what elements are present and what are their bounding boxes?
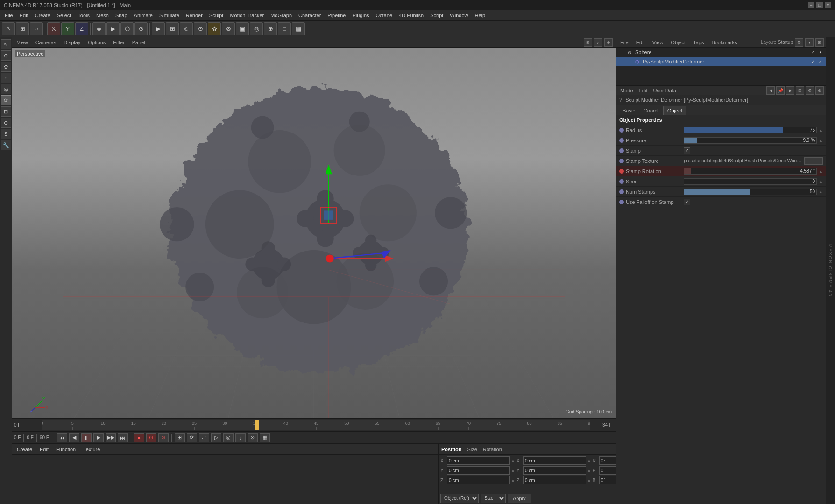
menu-item-select[interactable]: Select: [54, 12, 74, 19]
viewport-icon-3[interactable]: ⊕: [604, 38, 613, 47]
motion-blur-button[interactable]: ◎: [223, 433, 234, 442]
prop-seed-bar[interactable]: 0: [684, 178, 817, 185]
bottom-texture-menu[interactable]: Texture: [80, 446, 103, 453]
y-axis-button[interactable]: Y: [61, 22, 74, 35]
record-button[interactable]: ●: [134, 433, 144, 442]
obj-edit-menu[interactable]: Edit: [634, 39, 647, 46]
texture-button[interactable]: ⊙: [194, 22, 207, 35]
loop-mode-button[interactable]: ⟳: [187, 433, 197, 442]
menu-item-4d-publish[interactable]: 4D Publish: [396, 12, 426, 19]
menu-item-mesh[interactable]: Mesh: [93, 12, 112, 19]
left-flatten-tool[interactable]: ◎: [1, 84, 11, 94]
size-x-arrow[interactable]: ▲: [587, 458, 591, 463]
obj-bookmarks-menu[interactable]: Bookmarks: [709, 39, 739, 46]
bottom-function-menu[interactable]: Function: [53, 446, 78, 453]
menu-item-render[interactable]: Render: [183, 12, 205, 19]
menu-item-octane[interactable]: Octane: [373, 12, 395, 19]
size-y-input[interactable]: [523, 466, 586, 475]
prop-num-stamps-bar[interactable]: 50: [684, 189, 817, 195]
go-end-button[interactable]: ⏭: [118, 433, 128, 442]
obj-tags-menu[interactable]: Tags: [691, 39, 706, 46]
size-y-arrow[interactable]: ▲: [587, 468, 591, 473]
left-grab-tool[interactable]: ⊞: [1, 106, 11, 117]
next-frame-button[interactable]: ▶▶: [106, 433, 116, 442]
menu-item-tools[interactable]: Tools: [75, 12, 92, 19]
viewport-canvas[interactable]: Perspective Grid Spacing : 100 cm Y X Z: [12, 48, 616, 418]
viewport-icon-2[interactable]: ↙: [594, 38, 602, 47]
props-edit-menu[interactable]: Edit: [637, 87, 650, 94]
pos-x-arrow[interactable]: ▲: [511, 458, 515, 463]
obj-row-deformer[interactable]: ⬡ Py-SculptModifierDeformer ✓ ✓: [616, 57, 826, 66]
prop-stamp-texture-toggle[interactable]: ···: [804, 157, 823, 165]
apply-button[interactable]: Apply: [508, 494, 531, 503]
menu-item-script[interactable]: Script: [427, 12, 446, 19]
tab-object[interactable]: Object: [663, 106, 686, 115]
rot-z-input[interactable]: [599, 476, 616, 484]
object-mode-button[interactable]: ⊙: [134, 22, 148, 35]
rot-y-input[interactable]: [599, 466, 616, 475]
coord-system-select[interactable]: Object (Ref) World: [440, 494, 479, 503]
viewport-icon-1[interactable]: ⊞: [584, 38, 592, 47]
record-all-button[interactable]: ⊙: [146, 433, 156, 442]
view-menu[interactable]: View: [15, 39, 30, 46]
points-mode-button[interactable]: ◈: [92, 22, 106, 35]
props-icon-1[interactable]: ⊞: [796, 86, 804, 95]
obj-deformer-flag-1[interactable]: ✓: [810, 58, 816, 65]
tab-coord[interactable]: Coord.: [639, 106, 663, 115]
floor-button[interactable]: ▦: [292, 22, 305, 35]
scheme-button[interactable]: ⊙: [248, 433, 258, 442]
prop-falloff-checkbox[interactable]: ✓: [684, 199, 690, 205]
sculpt-button[interactable]: ✿: [208, 22, 221, 35]
prop-stamp-checkbox[interactable]: ✓: [684, 147, 690, 154]
left-select-tool[interactable]: ↖: [1, 39, 11, 49]
obj-view-menu[interactable]: View: [651, 39, 665, 46]
layout-icons-button[interactable]: ⊞: [815, 38, 824, 47]
bottom-edit-menu[interactable]: Edit: [37, 446, 51, 453]
size-z-arrow[interactable]: ▲: [587, 478, 591, 483]
size-mode-select[interactable]: Size Scale: [481, 494, 506, 503]
prop-radius-arrow[interactable]: ▲: [819, 128, 823, 133]
render-button[interactable]: ▶: [152, 22, 165, 35]
obj-sphere-flag-1[interactable]: ✓: [810, 49, 816, 56]
brush-button[interactable]: ⊗: [222, 22, 235, 35]
obj-file-menu[interactable]: File: [618, 39, 630, 46]
filter-menu[interactable]: Filter: [111, 39, 126, 46]
props-icon-3[interactable]: ⊕: [815, 86, 824, 95]
position-z-input[interactable]: [447, 476, 510, 484]
pos-y-arrow[interactable]: ▲: [511, 468, 515, 473]
symmetry-button[interactable]: ▣: [236, 22, 249, 35]
panel-menu[interactable]: Panel: [130, 39, 147, 46]
left-create-tool[interactable]: ⊕: [1, 50, 11, 61]
menu-item-simulate[interactable]: Simulate: [156, 12, 182, 19]
go-start-button[interactable]: ⏮: [57, 433, 67, 442]
obj-row-sphere[interactable]: ⊙ Sphere ✓ ●: [616, 48, 826, 57]
camera-button[interactable]: ⊕: [264, 22, 277, 35]
obj-deformer-flag-2[interactable]: ✓: [817, 58, 824, 65]
menu-item-create[interactable]: Create: [32, 12, 53, 19]
prop-radius-bar[interactable]: 75: [684, 127, 817, 133]
layout-settings-button[interactable]: ⚙: [795, 38, 803, 47]
cameras-menu[interactable]: Cameras: [34, 39, 58, 46]
rotate-tool-button[interactable]: ○: [30, 22, 43, 35]
stop-recording-button[interactable]: ⊗: [158, 433, 169, 442]
menu-item-edit[interactable]: Edit: [17, 12, 31, 19]
left-inflate-tool[interactable]: ⟳: [1, 95, 11, 105]
timeline-button[interactable]: ▦: [260, 433, 270, 442]
props-userdata-menu[interactable]: User Data: [651, 87, 679, 94]
menu-item-motion-tracker[interactable]: Motion Tracker: [227, 12, 267, 19]
menu-item-file[interactable]: File: [2, 12, 16, 19]
left-more-tools[interactable]: 🔧: [1, 140, 11, 150]
prop-pressure-bar[interactable]: 9.9 %: [684, 137, 817, 144]
prop-pressure-arrow[interactable]: ▲: [819, 138, 823, 143]
prop-stamp-rotation-arrow[interactable]: ▲: [819, 169, 823, 174]
menu-item-mograph[interactable]: MoGraph: [268, 12, 295, 19]
ping-pong-button[interactable]: ⇌: [199, 433, 209, 442]
play-forward-button[interactable]: ▶: [93, 433, 104, 442]
left-stamp-tool[interactable]: S: [1, 129, 11, 139]
left-knife-tool[interactable]: ⊙: [1, 118, 11, 128]
minimize-button[interactable]: −: [808, 2, 814, 8]
play-all-button[interactable]: ▷: [211, 433, 221, 442]
material-editor-button[interactable]: ☺: [180, 22, 193, 35]
layout-arrow-button[interactable]: ▾: [805, 38, 814, 47]
render-region-button[interactable]: ⊞: [166, 22, 179, 35]
